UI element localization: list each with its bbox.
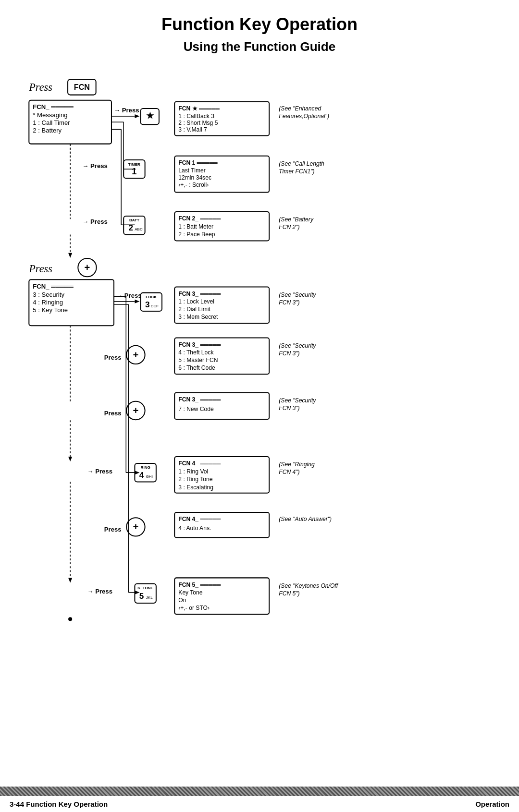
ktone5-key-main: 5 [139,591,144,601]
timer-key-top: TIMER [128,162,140,167]
bottom-fcn-box-line2: 3 : Security [33,291,64,298]
lock3-key-sub: DEF [151,304,159,308]
fcn-star-info-3: 3 : V.Mail 7 [178,126,207,133]
fcn2-info-1: 1 : Batt Meter [178,223,213,230]
lock3-key-top: LOCK [146,295,157,299]
note-keytones-2: FCN 5") [279,590,299,597]
press-star-label: → Press [114,107,139,114]
fcn1-info-1: Last Timer [178,167,206,174]
press-ring4-label: → Press [87,468,112,475]
svg-marker-3 [135,114,139,118]
fcn4a-info-2: 2 : Ring Tone [178,476,212,483]
press-plus2-label: Press [104,354,122,361]
press-ktone5-label: → Press [87,588,112,595]
fcn-star-info-2: 2 : Short Msg 5 [178,120,218,126]
fcn4a-info-1: 1 : Ring Vol [178,468,208,475]
note-battery-2: FCN 2") [279,224,299,230]
ring4-key-main: 4 [139,470,144,480]
fcn4a-info-title: FCN 4_ ═════ [178,460,221,467]
fcn3c-info-title: FCN 3_ ═════ [178,396,221,403]
ring4-key-sub: GHI [146,474,153,479]
fcn-star-info-title: FCN ★ ═════ [178,105,220,112]
fcn1-info-title: FCN 1 ═════ [178,159,218,166]
fcn3a-info-1: 1 : Lock Level [178,298,214,305]
note-security3c-2: FCN 3") [279,405,299,412]
fcn-star-info-1: 1 : CallBack 3 [178,113,214,120]
ktone5-key-top: K. TONE [137,586,153,590]
svg-marker-13 [68,253,72,258]
note-battery-1: (See "Battery [279,216,314,223]
diagram-area: text { font-family: Arial, sans-serif; }… [0,64,519,782]
fcn3a-info-3: 3 : Mem Secret [178,314,218,320]
press-fcn-label: Press [28,81,52,93]
bottom-fcn-box-line1: FCN_ ═════ [33,283,74,290]
press-timer-label: → Press [82,162,107,170]
diagram-svg: text { font-family: Arial, sans-serif; }… [14,64,509,733]
top-fcn-box-line3: 1 : Call Timer [33,119,70,126]
bottom-fcn-box-line3: 4 : Ringing [33,299,63,306]
footer-bar [0,787,519,796]
note-calllength-2: Timer FCN1") [279,168,314,175]
fcn3b-info-title: FCN 3_ ═════ [178,341,221,348]
fcn3a-info-title: FCN 3_ ═════ [178,291,221,297]
fcn5-info-1: Key Tone [178,589,203,596]
fcn1-info-3: ‹+,- : Scroll› [178,182,209,188]
note-security3b-1: (See "Security [279,342,316,349]
note-keytones-1: (See "Keytones On/Off [279,582,338,589]
fcn3b-info-2: 5 : Master FCN [178,357,218,364]
batt-key-main: 2 [129,223,134,232]
top-fcn-box-line1: FCN_ ═════ [33,103,74,110]
note-security3c-1: (See "Security [279,397,316,404]
footer-right: Operation [475,800,509,808]
plus-key-top: + [85,262,90,273]
fcn5-info-title: FCN 5_ ═════ [178,582,221,588]
top-fcn-box-line4: 2 : Battery [33,127,62,134]
svg-marker-36 [68,578,72,582]
fcn3a-info-2: 2 : Dial Limit [178,306,210,313]
bottom-fcn-box-line4: 5 : Key Tone [33,306,68,314]
note-enhanced-1: (See "Enhanced [279,105,321,112]
top-fcn-box-line2: * Messaging [33,111,67,119]
batt-key-sub: ABC [135,227,143,231]
fcn4a-info-3: 3 : Escalating [178,484,213,491]
footer-text: 3-44 Function Key Operation Operation [0,796,519,812]
star-key: ★ [146,111,154,121]
press-plus3-label: Press [104,410,122,417]
lock3-key-main: 3 [145,300,150,309]
press-plus4-label: Press [104,526,122,533]
note-enhanced-2: Features,Optional") [279,113,329,120]
footer-left: 3-44 Function Key Operation [10,800,108,808]
fcn5-info-2: On [178,597,186,604]
fcn3b-info-1: 4 : Theft Lock [178,349,214,356]
fcn2-info-title: FCN 2_ ═════ [178,215,221,222]
plus-key-4: + [133,521,139,532]
fcn5-info-3: ‹+,- or STO› [178,605,210,611]
press-plus-label: Press [28,263,52,275]
note-ringing-1: (See "Ringing [279,461,315,468]
fcn2-info-2: 2 : Pace Beep [178,231,215,238]
fcn1-info-2: 12min 34sec [178,174,211,181]
note-ringing-2: FCN 4") [279,469,299,475]
svg-point-39 [68,617,72,621]
note-security3b-2: FCN 3") [279,350,299,357]
page-container: Function Key Operation Using the Functio… [0,0,519,812]
svg-marker-28 [68,457,72,461]
note-autoanswer: (See "Auto Answer") [279,516,332,522]
press-batt-label: → Press [82,218,107,225]
main-title: Function Key Operation [0,14,519,35]
fcn4b-info-1: 4 : Auto Ans. [178,525,211,532]
ktone5-key-sub: JKL [146,595,153,600]
ring4-key-top: RING [141,465,150,470]
note-calllength-1: (See "Call Length [279,160,324,167]
note-security3a-2: FCN 3") [279,299,299,306]
timer-key-main: 1 [132,167,136,176]
fcn3b-info-3: 6 : Theft Code [178,364,215,371]
fcn4b-info-title: FCN 4_ ═════ [178,516,221,522]
fcn3c-info-1: 7 : New Code [178,406,214,412]
note-security3a-1: (See "Security [279,291,316,298]
press-lock3-label: → Press [116,292,141,299]
batt-key-top: BATT [129,218,139,222]
plus-key-2: + [133,350,139,360]
subtitle: Using the Function Guide [0,39,519,54]
fcn-key: FCN [74,83,90,91]
